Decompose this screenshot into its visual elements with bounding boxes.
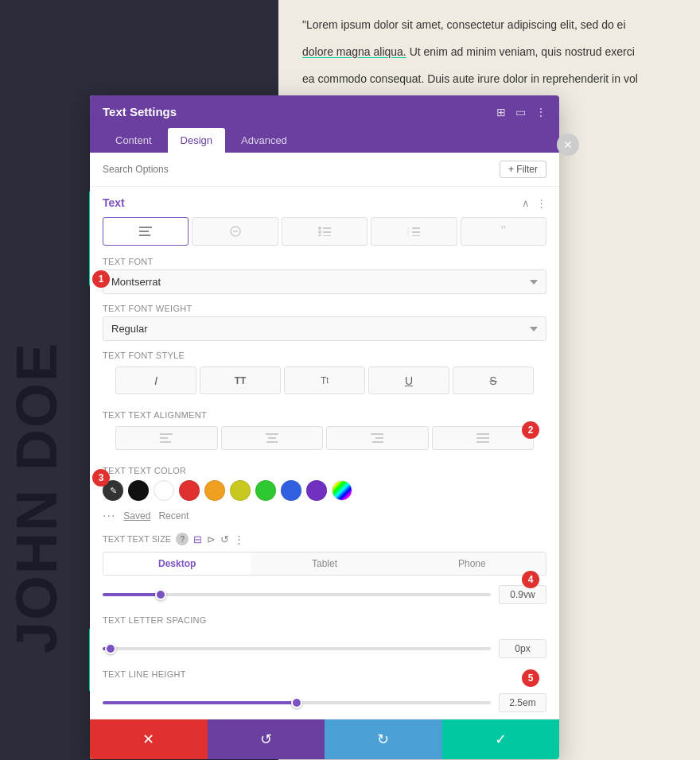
bg-line-3: ea commodo consequat. Duis aute irure do… (302, 70, 676, 89)
align-justify-btn[interactable] (432, 426, 535, 450)
svg-rect-2 (139, 235, 150, 236)
svg-rect-14 (412, 231, 420, 233)
format-ol-btn[interactable]: 1.2.3. (371, 217, 457, 246)
svg-rect-23 (371, 433, 383, 435)
text-size-value[interactable]: 0.9vw (499, 585, 546, 604)
text-settings-panel: Text Settings ⊞ ▭ ⋮ Content Design Advan… (90, 95, 559, 759)
align-right-btn[interactable] (326, 426, 429, 450)
section-more-icon[interactable]: ⋮ (536, 197, 546, 209)
font-style-row: Text Font Style I TT Tt U S (90, 346, 559, 405)
text-size-slider-fill (103, 593, 161, 596)
color-swatch-blue[interactable] (281, 480, 301, 501)
letter-spacing-slider-track[interactable] (103, 647, 491, 650)
svg-rect-8 (323, 231, 331, 233)
filter-button[interactable]: + Filter (500, 161, 546, 178)
letter-spacing-value[interactable]: 0px (499, 639, 546, 658)
color-row: Text Text Color ✎ ··· Saved Recent (90, 461, 559, 528)
svg-rect-6 (323, 227, 331, 229)
capitalize-btn[interactable]: Tt (284, 366, 365, 394)
line-height-value[interactable]: 2.5em (499, 693, 546, 712)
svg-text:3.: 3. (407, 234, 410, 236)
svg-rect-0 (139, 227, 152, 228)
bg-line-1: "Lorem ipsum dolor sit amet, consectetur… (302, 16, 676, 35)
section-controls: ∧ ⋮ (522, 197, 546, 209)
line-height-slider-thumb[interactable] (291, 697, 302, 708)
alignment-row: Text Text Alignment (90, 405, 559, 461)
panel-tabs: Content Design Advanced (90, 128, 559, 153)
italic-btn[interactable]: I (115, 366, 196, 394)
unordered-list-icon (318, 227, 331, 236)
paragraph-icon (139, 227, 152, 236)
line-height-slider-track[interactable] (103, 701, 491, 704)
font-select[interactable]: Montserrat Arial Georgia (103, 269, 546, 294)
size-device-icon[interactable]: ⊟ (193, 533, 202, 545)
format-clear-btn[interactable] (192, 217, 278, 246)
color-swatches: ✎ (103, 480, 546, 501)
font-weight-label: Text Font Weight (103, 304, 546, 313)
align-center-icon (266, 433, 278, 443)
more-colors-btn[interactable]: ··· (103, 509, 115, 523)
svg-rect-22 (266, 441, 278, 443)
search-input[interactable] (103, 164, 500, 175)
format-quote-btn[interactable]: " (461, 217, 546, 246)
svg-rect-19 (160, 441, 171, 443)
strikethrough-btn[interactable]: S (453, 366, 534, 394)
text-size-slider-track[interactable] (103, 593, 491, 596)
color-swatch-green[interactable] (255, 480, 276, 501)
tab-advanced[interactable]: Advanced (228, 128, 300, 153)
letter-spacing-label: Text Letter Spacing (103, 615, 546, 625)
uppercase-btn[interactable]: TT (200, 366, 281, 394)
color-swatch-orange[interactable] (204, 480, 225, 501)
confirm-button[interactable]: ✓ (442, 719, 560, 759)
font-weight-select[interactable]: Regular Bold Light (103, 316, 546, 341)
device-tab-desktop[interactable]: Desktop (103, 553, 251, 575)
size-reset-icon[interactable]: ↺ (220, 533, 229, 545)
color-swatch-purple[interactable] (306, 480, 327, 501)
align-left-btn[interactable] (115, 426, 218, 450)
badge-5: 5 (522, 669, 539, 687)
letter-spacing-slider-thumb[interactable] (105, 643, 116, 654)
underline-btn[interactable]: U (368, 366, 449, 394)
saved-link[interactable]: Saved (123, 510, 150, 522)
color-swatch-red[interactable] (179, 480, 200, 501)
tab-design[interactable]: Design (168, 128, 225, 153)
line-height-slider-row: 2.5em (90, 687, 559, 719)
color-swatch-white[interactable] (154, 480, 174, 501)
device-tab-phone[interactable]: Phone (399, 553, 546, 575)
device-tab-tablet[interactable]: Tablet (251, 553, 398, 575)
reset-button[interactable]: ↺ (208, 719, 325, 759)
redo-button[interactable]: ↻ (325, 719, 442, 759)
tab-content[interactable]: Content (103, 128, 165, 153)
line-height-row: Text Line Height (90, 665, 559, 687)
close-button[interactable]: ✕ (557, 134, 579, 156)
recent-link[interactable]: Recent (158, 510, 189, 522)
badge-1: 1 (92, 270, 110, 288)
color-swatch-black[interactable] (128, 480, 149, 501)
text-size-slider-thumb[interactable] (155, 589, 166, 600)
search-bar: + Filter (90, 153, 559, 187)
collapse-icon[interactable]: ∧ (522, 197, 530, 209)
svg-point-9 (318, 235, 321, 236)
svg-rect-27 (476, 437, 489, 439)
help-icon[interactable]: ? (176, 533, 189, 545)
letter-spacing-slider-row: 0px (90, 633, 559, 665)
format-paragraph-btn[interactable] (103, 217, 189, 246)
expand-icon[interactable]: ⊞ (496, 106, 506, 118)
size-more-icon[interactable]: ⋮ (234, 533, 244, 545)
cancel-button[interactable]: ✕ (90, 719, 208, 759)
badge-3: 3 (92, 469, 110, 487)
align-center-btn[interactable] (221, 426, 324, 450)
line-height-label: Text Line Height (103, 669, 546, 679)
align-right-icon (371, 433, 383, 443)
section-header: Text ∧ ⋮ (90, 187, 559, 214)
svg-rect-20 (266, 433, 278, 435)
text-size-label: Text Text Size (103, 534, 171, 544)
color-gradient-button[interactable] (332, 480, 352, 501)
more-options-icon[interactable]: ⋮ (535, 106, 546, 118)
size-cursor-icon[interactable]: ⊳ (207, 533, 216, 545)
svg-rect-12 (412, 227, 420, 229)
format-ul-btn[interactable] (282, 217, 368, 246)
color-label: Text Text Color (103, 466, 546, 475)
color-swatch-yellow[interactable] (230, 480, 251, 501)
columns-icon[interactable]: ▭ (515, 106, 526, 118)
